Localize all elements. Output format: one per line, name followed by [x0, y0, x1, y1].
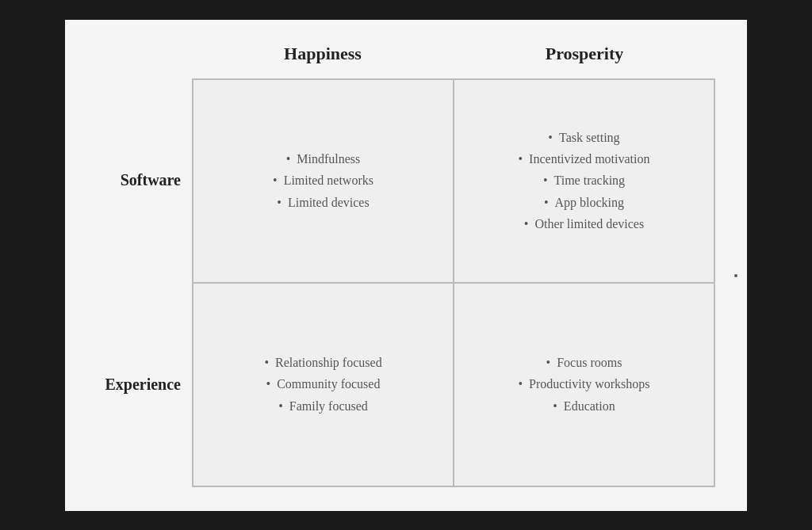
row-label-software: Software	[128, 78, 192, 283]
list-item: Education	[518, 395, 649, 417]
list-item: Mindfulness	[273, 148, 373, 170]
column-header-prosperity: Prosperity	[454, 44, 715, 71]
list-item: Task setting	[518, 127, 649, 148]
slide: Happiness Prosperity Software Experience…	[65, 20, 747, 511]
list-item: Relationship focused	[264, 352, 381, 373]
cell-software-prosperity-list: Task setting Incentivized motivation Tim…	[518, 127, 649, 234]
row-labels: Software Experience	[128, 78, 192, 487]
list-item: Limited devices	[273, 192, 373, 213]
decorative-dot	[734, 274, 737, 277]
cell-software-happiness-list: Mindfulness Limited networks Limited dev…	[273, 148, 373, 213]
cell-experience-prosperity: Focus rooms Productivity workshops Educa…	[454, 283, 714, 486]
list-item: Limited networks	[273, 170, 373, 191]
list-item: Community focused	[264, 373, 381, 395]
list-item: Other limited devices	[518, 213, 649, 234]
cell-software-happiness: Mindfulness Limited networks Limited dev…	[193, 79, 454, 283]
list-item: App blocking	[518, 192, 649, 213]
main-area: Software Experience Mindfulness Limited …	[128, 78, 715, 487]
list-item: Incentivized motivation	[518, 148, 649, 170]
row-label-experience: Experience	[128, 283, 192, 487]
list-item: Productivity workshops	[518, 373, 649, 395]
header-row: Happiness Prosperity	[128, 44, 715, 71]
cell-experience-happiness-list: Relationship focused Community focused F…	[264, 352, 381, 417]
list-item: Focus rooms	[518, 352, 649, 373]
list-item: Time tracking	[518, 170, 649, 191]
column-header-happiness: Happiness	[192, 44, 454, 71]
list-item: Family focused	[264, 395, 381, 417]
cell-experience-happiness: Relationship focused Community focused F…	[193, 283, 454, 486]
cell-software-prosperity: Task setting Incentivized motivation Tim…	[454, 79, 714, 283]
cell-experience-prosperity-list: Focus rooms Productivity workshops Educa…	[518, 352, 649, 417]
matrix-grid: Mindfulness Limited networks Limited dev…	[192, 78, 715, 487]
